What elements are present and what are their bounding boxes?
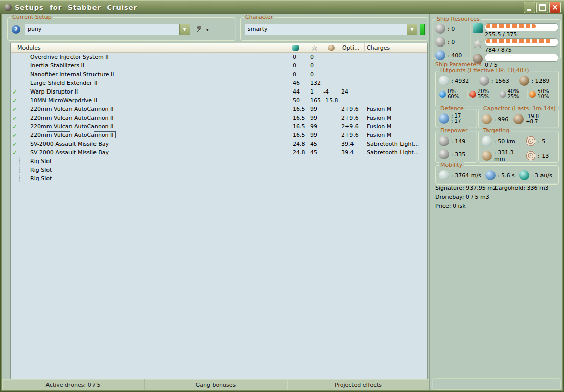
turret-slots-stat: : 0 bbox=[435, 23, 470, 34]
module-row[interactable]: ✓220mm Vulcan AutoCannon II16.5992+9.6Fu… bbox=[11, 131, 427, 140]
explosive-resist-stat: 50% 10% bbox=[527, 89, 557, 99]
module-name-text: Rig Slot bbox=[29, 175, 53, 182]
module-name-text: Warp Disruptor II bbox=[29, 88, 79, 95]
module-row[interactable]: Rig Slot bbox=[11, 166, 427, 174]
gang-bonuses-section[interactable]: Gang bonuses bbox=[145, 379, 287, 390]
module-row[interactable]: ✓SV-2000 Assault Missile Bay24.84539.4Sa… bbox=[11, 148, 427, 157]
kinetic-resist-armor: 25% bbox=[508, 94, 519, 99]
drone-bar bbox=[485, 54, 558, 62]
module-row[interactable]: ✓Warp Disruptor II441-424 bbox=[11, 87, 427, 96]
app-icon bbox=[4, 4, 12, 11]
module-row[interactable]: Rig Slot bbox=[11, 174, 427, 183]
module-row[interactable]: ✓10MN MicroWarpdrive II50165-15.8 bbox=[11, 96, 427, 105]
module-row[interactable]: ✓220mm Vulcan AutoCannon II16.5992+9.6Fu… bbox=[11, 105, 427, 113]
module-cap-value: -15.8 bbox=[322, 96, 340, 105]
module-row[interactable]: ✓220mm Vulcan AutoCannon II16.5992+9.6Fu… bbox=[11, 122, 427, 131]
module-icon-cell bbox=[19, 157, 29, 166]
defence-label: Defence bbox=[439, 105, 465, 112]
module-row[interactable]: Nanofiber Internal Structure II00 bbox=[11, 70, 427, 79]
active-drones-section[interactable]: Active drones: 0 / 5 bbox=[2, 379, 145, 390]
projected-effects-section[interactable]: Projected effects bbox=[287, 379, 429, 390]
active-check-icon: ✓ bbox=[11, 141, 19, 148]
module-pg-value: 99 bbox=[307, 122, 322, 131]
targeting-range-stat: : 50 km bbox=[482, 136, 525, 146]
cpu-column-header[interactable] bbox=[284, 43, 307, 52]
max-targets-icon bbox=[526, 136, 536, 146]
module-charge-value: Fusion M bbox=[365, 122, 419, 131]
module-opti-value: 2+9.6 bbox=[340, 113, 365, 122]
minimize-icon bbox=[527, 9, 531, 11]
module-name-text: 220mm Vulcan AutoCannon II bbox=[29, 123, 115, 130]
scan-resolution-stat: : 331.3 mm bbox=[482, 149, 525, 163]
powergrid-column-header[interactable] bbox=[307, 43, 322, 52]
module-charge-value: Fusion M bbox=[365, 131, 419, 140]
help-icon[interactable] bbox=[12, 25, 20, 34]
capacitor-amount-value: : 996 bbox=[494, 116, 508, 123]
module-row[interactable]: Overdrive Injector System II00 bbox=[11, 53, 427, 61]
capacitor-recharge-value: +8.7 bbox=[526, 119, 539, 124]
capacitor-column-header[interactable] bbox=[322, 43, 340, 52]
close-button[interactable] bbox=[549, 2, 561, 13]
armor-icon bbox=[479, 76, 489, 86]
optimal-column-header[interactable]: Opti... bbox=[340, 43, 365, 52]
module-cpu-value: 16.5 bbox=[284, 113, 307, 122]
empty-column-header bbox=[419, 43, 427, 52]
max-targets-value: : 5 bbox=[538, 138, 545, 145]
module-name-text: 220mm Vulcan AutoCannon II bbox=[29, 132, 115, 139]
module-rows: Overdrive Injector System II00Inertia St… bbox=[11, 53, 427, 183]
minimize-button[interactable] bbox=[524, 2, 535, 13]
module-row[interactable]: Rig Slot bbox=[11, 157, 427, 166]
module-row[interactable]: ✓220mm Vulcan AutoCannon II16.5992+9.6Fu… bbox=[11, 113, 427, 122]
module-name: Large Shield Extender II bbox=[29, 79, 284, 87]
cpu-usage-text: 255.5 / 375 bbox=[485, 31, 558, 38]
sensor-strength-value: : 13 bbox=[538, 153, 549, 159]
modules-column-header[interactable]: Modules bbox=[11, 43, 284, 52]
calibration-stat: : 400 bbox=[435, 50, 470, 61]
module-pg-value: 165 bbox=[307, 96, 322, 105]
launcher-slots-stat: : 0 bbox=[435, 36, 470, 48]
module-charge-value: Fusion M bbox=[365, 105, 419, 113]
character-group: Character smarty bbox=[240, 17, 428, 41]
module-row[interactable]: ✓SV-2000 Assault Missile Bay24.84539.4Sa… bbox=[11, 140, 427, 148]
max-targets-stat: : 5 bbox=[526, 136, 557, 146]
module-opti-value: 24 bbox=[340, 87, 365, 96]
speed-icon bbox=[439, 170, 449, 180]
hull-icon bbox=[519, 76, 529, 86]
setup-tools-button[interactable]: ▾ bbox=[194, 25, 210, 35]
capacitor-icon bbox=[328, 45, 335, 51]
maximize-button[interactable] bbox=[536, 2, 548, 13]
module-name: 220mm Vulcan AutoCannon II bbox=[29, 113, 284, 122]
scan-resolution-value: : 331.3 mm bbox=[494, 149, 525, 163]
active-check-icon: ✓ bbox=[11, 114, 19, 122]
armor-hp-value: : 1563 bbox=[491, 78, 509, 84]
module-name: 220mm Vulcan AutoCannon II bbox=[29, 105, 284, 113]
em-resist-armor: 60% bbox=[448, 94, 459, 99]
module-opti-value: 2+9.6 bbox=[340, 105, 365, 113]
explosive-resist-armor: 10% bbox=[537, 94, 549, 99]
current-setup-group: Current Setup puny ▾ bbox=[7, 17, 236, 41]
sensor-strength-stat: : 13 bbox=[526, 149, 557, 163]
setup-dropdown-button[interactable] bbox=[179, 24, 190, 35]
align-time-stat: : 5.6 s bbox=[485, 170, 515, 180]
setup-combobox[interactable]: puny bbox=[25, 24, 190, 35]
module-row[interactable]: Large Shield Extender II46132 bbox=[11, 79, 427, 87]
hitpoints-group: Hitpoints (Effective HP: 10,407) : 4932 … bbox=[435, 71, 559, 107]
cargohold-text: Cargohold: 336 m3 bbox=[495, 185, 549, 191]
launcher-icon bbox=[435, 37, 445, 47]
module-cpu-value: 24.8 bbox=[284, 140, 307, 148]
modules-header: Modules Opti... Charges bbox=[11, 43, 427, 53]
firepower-turret-icon bbox=[439, 136, 449, 146]
thermal-resist-stat: 20% 35% bbox=[467, 89, 498, 99]
mobility-group: Mobility : 3764 m/s : 5.6 s : 3 au/s bbox=[435, 165, 559, 185]
character-combobox[interactable]: smarty bbox=[245, 24, 417, 35]
charges-column-header[interactable]: Charges bbox=[365, 43, 419, 52]
thermal-resist-armor: 35% bbox=[478, 94, 489, 99]
eft-window: Setups for Stabber Cruiser Current Setup… bbox=[0, 0, 564, 392]
cpu-bar bbox=[485, 23, 558, 31]
hull-hp-stat: : 1289 bbox=[519, 76, 556, 86]
character-dropdown-button[interactable] bbox=[407, 24, 417, 35]
module-name: 10MN MicroWarpdrive II bbox=[29, 96, 284, 105]
drone-resource: 0 / 5 bbox=[473, 54, 558, 68]
rig-slot-icon bbox=[19, 157, 20, 165]
module-row[interactable]: Inertia Stabilizers II00 bbox=[11, 61, 427, 70]
